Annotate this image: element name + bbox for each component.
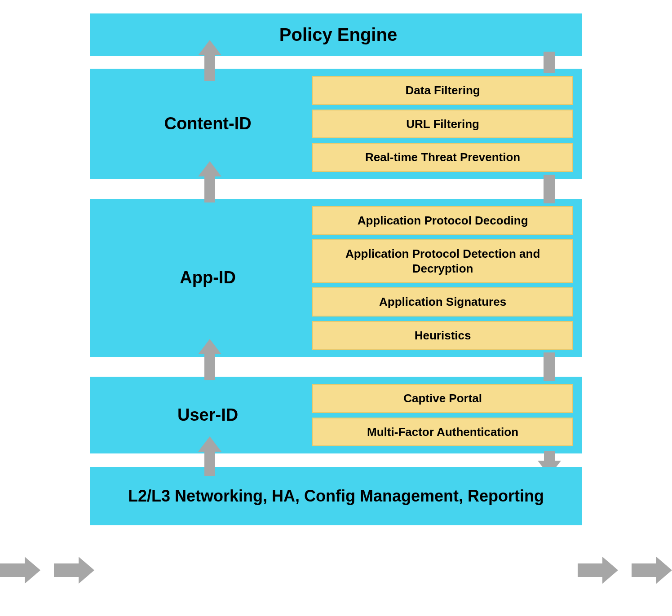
arrow-right-icon — [54, 557, 94, 584]
gap-content-app — [90, 179, 582, 199]
app-signatures-box: Application Signatures — [312, 287, 573, 317]
url-filtering-box: URL Filtering — [312, 110, 573, 139]
content-id-items: Data Filtering URL Filtering Real-time T… — [312, 76, 573, 172]
user-id-items: Captive Portal Multi-Factor Authenticati… — [312, 384, 573, 446]
gap-user-base — [90, 453, 582, 467]
arrow-right-icon — [0, 557, 40, 584]
svg-marker-3 — [198, 161, 221, 202]
app-protocol-detection-box: Application Protocol Detection and Decry… — [312, 239, 573, 283]
connector-segment — [544, 175, 555, 203]
user-id-title: User-ID — [99, 405, 312, 425]
user-id-block: User-ID Captive Portal Multi-Factor Auth… — [90, 377, 582, 453]
networking-base-block: L2/L3 Networking, HA, Config Management,… — [90, 467, 582, 525]
app-protocol-decoding-box: Application Protocol Decoding — [312, 206, 573, 235]
svg-marker-1 — [54, 557, 94, 584]
policy-engine-block: Policy Engine — [90, 13, 582, 56]
arrow-up-icon — [198, 436, 221, 478]
content-id-title: Content-ID — [99, 114, 312, 133]
realtime-threat-box: Real-time Threat Prevention — [312, 143, 573, 172]
architecture-diagram: Policy Engine Content-ID Data Filtering … — [90, 13, 582, 525]
policy-engine-title: Policy Engine — [275, 25, 397, 45]
arrow-right-icon — [578, 557, 618, 584]
app-id-items: Application Protocol Decoding Applicatio… — [312, 206, 573, 350]
data-filtering-box: Data Filtering — [312, 76, 573, 105]
svg-marker-0 — [0, 557, 40, 584]
gap-app-user — [90, 357, 582, 377]
connector-segment — [544, 352, 555, 381]
captive-portal-box: Captive Portal — [312, 384, 573, 413]
content-id-block: Content-ID Data Filtering URL Filtering … — [90, 69, 582, 179]
arrow-up-icon — [198, 161, 221, 204]
heuristics-box: Heuristics — [312, 321, 573, 350]
svg-marker-5 — [198, 436, 221, 476]
arrow-right-icon — [632, 557, 672, 584]
mfa-box: Multi-Factor Authentication — [312, 418, 573, 447]
svg-marker-7 — [578, 557, 618, 584]
svg-marker-8 — [632, 557, 672, 584]
outbound-arrows — [578, 557, 672, 584]
gap-policy-content — [90, 56, 582, 69]
connector-segment — [544, 52, 555, 73]
inbound-arrows — [0, 557, 94, 584]
svg-marker-4 — [198, 339, 221, 380]
arrow-up-icon — [198, 339, 221, 382]
app-id-block: App-ID Application Protocol Decoding App… — [90, 199, 582, 357]
networking-base-title: L2/L3 Networking, HA, Config Management,… — [110, 485, 562, 507]
arrow-up-icon — [198, 40, 221, 83]
svg-marker-2 — [198, 40, 221, 81]
app-id-title: App-ID — [99, 268, 312, 287]
